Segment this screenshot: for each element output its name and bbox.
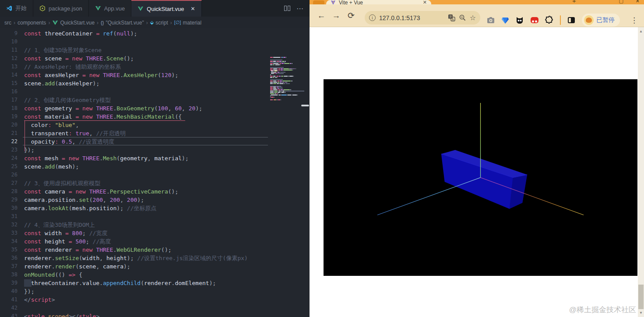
editor-tab-package.json[interactable]: package.json <box>33 0 89 17</box>
breadcrumb: src›components›QuickStart.vue›{}"QuickSt… <box>0 17 310 28</box>
code-line-35: const renderer = new THREE.WebGLRenderer… <box>24 246 172 254</box>
watermark: @稀土掘金技术社区 <box>569 305 636 315</box>
code-line-19: const material = new THREE.MeshBasicMate… <box>24 113 182 121</box>
zoom-out-icon[interactable] <box>459 14 466 21</box>
editor-actions: ⋯ <box>284 0 310 17</box>
line-number: 41 <box>0 296 18 304</box>
symbol-field-icon: [∅] <box>174 20 181 25</box>
tab-label: App.vue <box>104 5 125 12</box>
breadcrumb-item-script[interactable]: ⬙script <box>150 20 168 26</box>
more-actions-icon[interactable]: ⋯ <box>296 4 303 13</box>
red-extension-icon[interactable] <box>530 16 539 25</box>
code-line-38: onMounted(() => { <box>24 271 82 279</box>
forward-button[interactable]: → <box>329 11 344 21</box>
page-scrollbar[interactable]: ▲ ▼ <box>638 27 644 317</box>
line-number: 24 <box>0 154 18 162</box>
chrome-menu-icon[interactable]: ⋮ <box>630 16 638 25</box>
code-line-20: color: "blue", <box>24 121 79 129</box>
breadcrumb-item-material[interactable]: [∅]material <box>174 20 201 26</box>
tab-label: QuickStart.vue <box>147 6 184 12</box>
scroll-down-icon[interactable]: ▼ <box>638 310 644 316</box>
editor-tab-App.vue[interactable]: App.vue <box>89 0 132 17</box>
breadcrumb-separator: › <box>146 20 148 26</box>
vscode-icon <box>6 5 12 11</box>
code-line-28: const camera = new THREE.PerspectiveCame… <box>24 187 178 196</box>
breadcrumb-item-QuickStart.vue[interactable]: QuickStart.vue <box>52 20 95 26</box>
editor-tab-QuickStart.vue[interactable]: QuickStart.vue✕ <box>131 0 201 17</box>
breadcrumb-label: components <box>18 20 46 26</box>
tab-close-icon[interactable]: ✕ <box>191 6 195 12</box>
reload-button[interactable]: ⟳ <box>344 11 359 21</box>
gem-extension-icon[interactable] <box>501 16 509 25</box>
breadcrumb-label: QuickStart.vue <box>60 20 95 26</box>
tab-container: 开始package.jsonApp.vueQuickStart.vue✕ <box>0 0 202 17</box>
window-maximize-button[interactable]: ▢ <box>619 0 623 4</box>
url-bar[interactable]: i 127.0.0.1:5173 文A ☆ <box>365 11 480 25</box>
line-number: 29 <box>0 196 18 204</box>
line-number: 20 <box>0 121 18 129</box>
bookmark-star-icon[interactable]: ☆ <box>470 14 476 22</box>
breadcrumb-separator: › <box>97 20 99 26</box>
code-line-41: </script> <box>24 296 55 304</box>
code-line-29: camera.position.set(200, 200, 200); <box>24 196 144 204</box>
breadcrumb-label: src <box>4 20 11 26</box>
window-close-button[interactable]: ✕ <box>636 0 640 4</box>
url-text[interactable]: 127.0.0.1:5173 <box>379 14 444 21</box>
code-line-40: }); <box>24 287 34 296</box>
browser-tab[interactable]: Vite + Vue ✕ <box>326 0 431 4</box>
breadcrumb-item-components[interactable]: components <box>18 20 46 26</box>
cube-icon: ⬙ <box>150 20 154 25</box>
breadcrumb-item-src[interactable]: src <box>4 20 11 26</box>
line-number: 30 <box>0 204 18 212</box>
svg-text:A: A <box>452 18 454 21</box>
breadcrumb-separator: › <box>170 20 172 26</box>
line-number: 42 <box>0 304 18 312</box>
breadcrumb-separator: › <box>14 20 15 26</box>
vite-logo-icon <box>331 0 336 4</box>
new-tab-button[interactable]: + <box>572 0 576 4</box>
line-number: 28 <box>0 187 18 196</box>
line-number: 34 <box>0 237 18 246</box>
browser-tab-strip: Vite + Vue ✕ + ▢ ✕ <box>310 0 644 4</box>
back-button[interactable]: ← <box>314 11 329 21</box>
screenshot-extension-icon[interactable] <box>486 16 495 25</box>
breadcrumb-item-QuickStart.vue[interactable]: {}"QuickStart.vue" <box>101 20 144 26</box>
site-info-icon[interactable]: i <box>369 14 376 21</box>
line-number: 15 <box>0 79 18 88</box>
line-number: 18 <box>0 104 18 113</box>
side-panel-icon[interactable] <box>567 16 576 25</box>
minimap[interactable] <box>270 25 307 317</box>
breadcrumb-separator: › <box>48 20 50 26</box>
code-editor[interactable]: 9101112131415161718192021222324252627282… <box>0 28 310 317</box>
code-line-36: renderer.setSize(width, height); //设置thr… <box>24 254 248 262</box>
code-line-30: camera.lookAt(mesh.position); //坐标原点 <box>24 204 157 212</box>
line-number: 22 <box>0 137 18 146</box>
toolbar-separator <box>560 15 561 25</box>
cat-extension-icon[interactable] <box>515 16 524 25</box>
braces-icon: {} <box>101 20 104 25</box>
line-number: 43 <box>0 312 18 317</box>
vscode-window: 开始package.jsonApp.vueQuickStart.vue✕ ⋯ s… <box>0 0 310 317</box>
code-line-25: scene.add(mesh); <box>24 162 79 171</box>
line-number: 25 <box>0 162 18 171</box>
tab-label: 开始 <box>15 4 27 12</box>
extensions-puzzle-icon[interactable] <box>545 16 554 25</box>
scrollbar-thumb[interactable] <box>638 285 644 309</box>
scroll-up-icon[interactable]: ▲ <box>638 28 644 35</box>
line-number: 33 <box>0 229 18 237</box>
scrollbar-handle[interactable] <box>301 105 309 106</box>
code-line-15: scene.add(axesHelper); <box>24 79 99 88</box>
code-line-21: transparent: true, //开启透明 <box>24 129 126 137</box>
tab-label: package.json <box>49 5 82 12</box>
code-line-34: const height = 500; //高度 <box>24 237 111 246</box>
code-line-23: }); <box>24 146 34 154</box>
web-page: @稀土掘金技术社区 ▲ ▼ <box>310 27 644 317</box>
editor-tab-开始[interactable]: 开始 <box>0 0 33 17</box>
paused-badge[interactable]: 已暂停 <box>582 14 620 27</box>
split-editor-icon[interactable] <box>284 6 290 11</box>
browser-tab-close-icon[interactable]: ✕ <box>423 0 427 4</box>
translate-icon[interactable]: 文A <box>448 14 455 21</box>
line-number: 39 <box>0 279 18 287</box>
line-number: 36 <box>0 254 18 262</box>
line-number: 13 <box>0 63 18 71</box>
